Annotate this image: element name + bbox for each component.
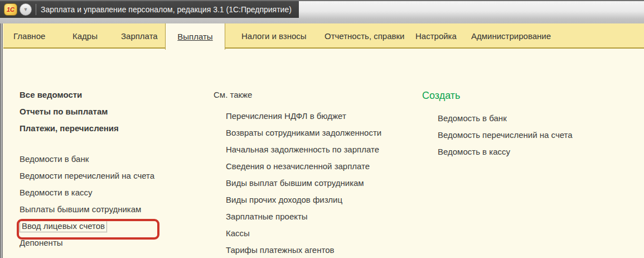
- menu-item-vedomosti-v-bank[interactable]: Ведомости в банк: [20, 151, 154, 168]
- app-window: 1С ▼ Зарплата и управление персоналом, р…: [0, 0, 644, 258]
- main-menu-button[interactable]: 1С: [4, 3, 17, 16]
- menu-item-vidy-prochikh-dokhodov[interactable]: Виды прочих доходов физлиц: [226, 192, 381, 208]
- window-title: Зарплата и управление персоналом, редакц…: [41, 1, 292, 18]
- menu-item-svedeniya-o-nezachislennoy[interactable]: Сведения о незачисленной зарплате: [226, 158, 381, 175]
- menu-item-zarplatnye-proekty[interactable]: Зарплатные проекты: [226, 208, 381, 225]
- see-also-header: См. также: [214, 87, 252, 103]
- menu-item-perechisleniya-ndfl[interactable]: Перечисления НДФЛ в бюджет: [226, 108, 381, 125]
- tab-nastroyka[interactable]: Настройка: [415, 23, 457, 49]
- create-item-vedomost-v-kassu[interactable]: Ведомость в кассу: [438, 144, 573, 160]
- tab-vyplaty[interactable]: Выплаты: [165, 23, 225, 50]
- commands-group: Ведомости в банк Ведомости перечислений …: [20, 151, 154, 251]
- tab-nalogi-i-vznosy[interactable]: Налоги и взносы: [241, 23, 307, 49]
- 1c-logo-icon: 1С: [7, 7, 14, 13]
- menu-item-vvod-litsevykh-schetov[interactable]: Ввод лицевых счетов: [20, 218, 154, 235]
- menu-item-nachalnaya-zadolzhennost[interactable]: Начальная задолженность по зарплате: [226, 141, 381, 158]
- window-left-border: [0, 23, 3, 258]
- vyplaty-section-menu: Все ведомости Отчеты по выплатам Платежи…: [3, 50, 644, 258]
- focused-item-text: Ввод лицевых счетов: [20, 220, 107, 232]
- titlebar-dark-area: 1С ▼ Зарплата и управление персоналом, р…: [0, 1, 299, 18]
- create-item-vedomost-perechisleniy[interactable]: Ведомость перечислений на счета: [438, 127, 573, 144]
- tab-glavnoe[interactable]: Главное: [13, 23, 45, 49]
- titlebar-dropdown-button[interactable]: ▼: [20, 3, 32, 16]
- create-header: Создать: [422, 87, 460, 104]
- tab-vyplaty-label: Выплаты: [177, 32, 212, 41]
- menu-item-vse-vedomosti[interactable]: Все ведомости: [20, 87, 154, 103]
- titlebar: 1С ▼ Зарплата и управление персоналом, р…: [0, 0, 644, 23]
- tab-otchetnost[interactable]: Отчетность, справки: [325, 23, 404, 49]
- menu-item-vyplaty-byvshim[interactable]: Выплаты бывшим сотрудникам: [20, 201, 154, 218]
- menu-item-platezhi[interactable]: Платежи, перечисления: [20, 120, 154, 137]
- primary-commands-column: Все ведомости Отчеты по выплатам Платежи…: [20, 87, 154, 251]
- create-column: Ведомость в банк Ведомость перечислений …: [438, 110, 573, 160]
- menu-item-otchety-po-vyplatam[interactable]: Отчеты по выплатам: [20, 103, 154, 120]
- menu-item-vedomosti-v-kassu[interactable]: Ведомости в кассу: [20, 184, 154, 201]
- titlebar-separator: [36, 4, 36, 15]
- menu-item-vozvraty-sotrudnikami[interactable]: Возвраты сотрудниками задолженности: [226, 125, 381, 141]
- tab-zarplata[interactable]: Зарплата: [121, 23, 158, 49]
- section-tabbar: Главное Кадры Зарплата Выплаты Налоги и …: [3, 23, 644, 49]
- menu-item-vidy-vyplat-byvshim[interactable]: Виды выплат бывшим сотрудникам: [226, 175, 381, 192]
- menu-item-tarify-platezhnykh-agentov[interactable]: Тарифы платежных агентов: [226, 242, 381, 258]
- chevron-down-icon: ▼: [23, 7, 28, 12]
- menu-item-vedomosti-perechisleniy[interactable]: Ведомости перечислений на счета: [20, 168, 154, 184]
- see-also-column: Перечисления НДФЛ в бюджет Возвраты сотр…: [226, 108, 381, 258]
- tab-kadry[interactable]: Кадры: [72, 23, 98, 49]
- create-item-vedomost-v-bank[interactable]: Ведомость в банк: [438, 110, 573, 127]
- menu-item-kassy[interactable]: Кассы: [226, 225, 381, 242]
- tab-administrirovanie[interactable]: Администрирование: [471, 23, 551, 49]
- menu-item-deponenty[interactable]: Депоненты: [20, 235, 154, 251]
